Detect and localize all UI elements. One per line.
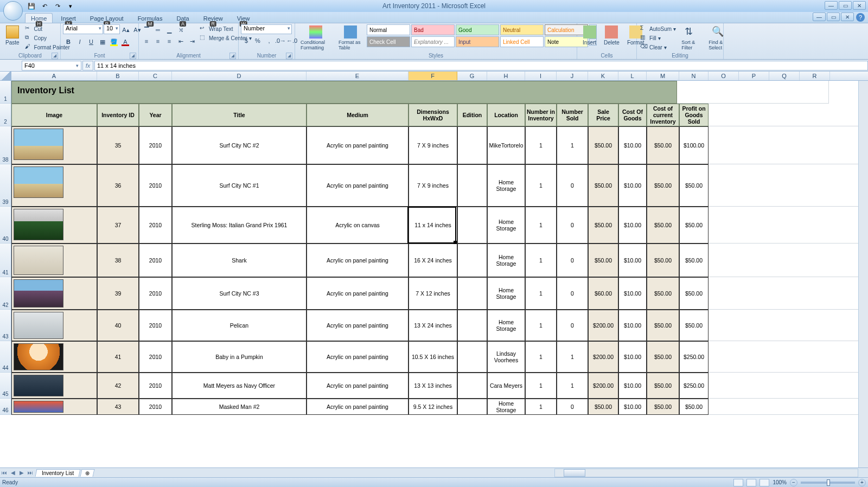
- cell-year[interactable]: 2010: [139, 341, 172, 373]
- currency-button[interactable]: $: [241, 35, 252, 46]
- cell-invid[interactable]: 35: [97, 126, 139, 164]
- help-icon[interactable]: ?: [856, 13, 865, 22]
- cell-cog[interactable]: $10.00: [618, 207, 647, 244]
- cell-ninv[interactable]: 1: [525, 164, 557, 207]
- cell-ninv[interactable]: 1: [525, 373, 557, 399]
- cell-title[interactable]: Masked Man #2: [172, 399, 307, 415]
- cell-profit[interactable]: $50.00: [679, 399, 709, 415]
- cell-cinv[interactable]: $50.00: [647, 164, 679, 207]
- cell-location[interactable]: Home Storage: [487, 207, 525, 244]
- col-G[interactable]: G: [457, 72, 487, 80]
- cell-year[interactable]: 2010: [139, 244, 172, 277]
- workbook-close[interactable]: ✕: [841, 12, 854, 21]
- find-select-button[interactable]: 🔍Find & Select: [705, 24, 731, 52]
- col-D[interactable]: D: [172, 72, 307, 80]
- cell-cog[interactable]: $10.00: [618, 277, 647, 310]
- style-input[interactable]: Input: [456, 36, 499, 47]
- col-A[interactable]: A: [11, 72, 97, 80]
- clipboard-dialog[interactable]: ◢: [52, 53, 58, 59]
- cell-dim[interactable]: 13 X 13 inches: [409, 373, 457, 399]
- font-name-combo[interactable]: Arial: [63, 24, 103, 34]
- cell-profit[interactable]: $50.00: [679, 277, 709, 310]
- cell-medium[interactable]: Acrylic on panel painting: [307, 399, 409, 415]
- cell-year[interactable]: 2010: [139, 207, 172, 244]
- cell-cinv[interactable]: $50.00: [647, 341, 679, 373]
- cell-cog[interactable]: $10.00: [618, 399, 647, 415]
- col-C[interactable]: C: [139, 72, 172, 80]
- align-right[interactable]: ≡: [164, 36, 175, 47]
- cell-cog[interactable]: $10.00: [618, 310, 647, 341]
- cell-dim[interactable]: 7 X 9 inches: [409, 164, 457, 207]
- cell-sale[interactable]: $50.00: [588, 164, 618, 207]
- cell-dim[interactable]: 13 X 24 inches: [409, 310, 457, 341]
- cell-nsold[interactable]: 0: [557, 244, 588, 277]
- cell-cinv[interactable]: $50.00: [647, 207, 679, 244]
- tab-nav-first[interactable]: ⏮: [0, 469, 9, 477]
- cell-cog[interactable]: $10.00: [618, 341, 647, 373]
- zoom-out[interactable]: −: [790, 479, 797, 486]
- align-top[interactable]: ▔: [141, 24, 152, 35]
- cell-invid[interactable]: 40: [97, 310, 139, 341]
- inc-decimal[interactable]: .0→: [275, 35, 286, 46]
- cell-cog[interactable]: $10.00: [618, 164, 647, 207]
- cell-year[interactable]: 2010: [139, 164, 172, 207]
- cell-nsold[interactable]: 1: [557, 373, 588, 399]
- cell-edition[interactable]: [457, 373, 487, 399]
- cell-invid[interactable]: 43: [97, 399, 139, 415]
- worksheet[interactable]: 1 Inventory List 2 Image Inventory ID Ye…: [0, 81, 868, 467]
- row-header[interactable]: 1: [0, 81, 11, 104]
- align-middle[interactable]: ═: [152, 24, 163, 35]
- style-linked[interactable]: Linked Cell: [500, 36, 544, 47]
- cell-sale[interactable]: $60.00: [588, 277, 618, 310]
- sort-filter-button[interactable]: ⇅Sort & Filter: [678, 24, 704, 52]
- row-header[interactable]: 39: [0, 164, 11, 207]
- style-normal[interactable]: Normal: [367, 24, 410, 35]
- cell-image[interactable]: [11, 277, 97, 310]
- cell-nsold[interactable]: 0: [557, 399, 588, 415]
- underline-button[interactable]: U: [86, 36, 97, 47]
- cell-sale[interactable]: $50.00: [588, 244, 618, 277]
- workbook-minimize[interactable]: —: [813, 12, 826, 21]
- cell-dim[interactable]: 7 X 9 inches: [409, 126, 457, 164]
- cell-year[interactable]: 2010: [139, 399, 172, 415]
- col-P[interactable]: P: [739, 72, 769, 80]
- sheet-tab-inventory[interactable]: Inventory List: [35, 469, 81, 477]
- cell-title[interactable]: Shark: [172, 244, 307, 277]
- horizontal-scrollbar[interactable]: [554, 469, 858, 477]
- qat-save[interactable]: 💾: [26, 1, 37, 11]
- cell-ninv[interactable]: 1: [525, 341, 557, 373]
- cell-year[interactable]: 2010: [139, 126, 172, 164]
- minimize-button[interactable]: —: [825, 1, 838, 10]
- qat-customize[interactable]: ▾: [65, 1, 76, 11]
- cell-title[interactable]: Baby in a Pumpkin: [172, 341, 307, 373]
- col-R[interactable]: R: [800, 72, 830, 80]
- row-header[interactable]: 43: [0, 310, 11, 341]
- cell-sale[interactable]: $50.00: [588, 399, 618, 415]
- align-left[interactable]: ≡: [141, 36, 152, 47]
- style-bad[interactable]: Bad: [411, 24, 455, 35]
- row-header[interactable]: 46: [0, 399, 11, 415]
- zoom-thumb[interactable]: [827, 479, 830, 486]
- cell-profit[interactable]: $50.00: [679, 164, 709, 207]
- cell-cinv[interactable]: $50.00: [647, 399, 679, 415]
- cell-edition[interactable]: [457, 310, 487, 341]
- cell-location[interactable]: MikeTortorelo: [487, 126, 525, 164]
- conditional-formatting-button[interactable]: Conditional Formatting: [297, 24, 334, 52]
- cell-invid[interactable]: 41: [97, 341, 139, 373]
- tab-nav-next[interactable]: ▶: [17, 469, 26, 477]
- cell-sale[interactable]: $50.00: [588, 126, 618, 164]
- formula-bar[interactable]: 11 x 14 inches: [94, 61, 868, 71]
- align-center[interactable]: ≡: [152, 36, 163, 47]
- row-header[interactable]: 44: [0, 341, 11, 373]
- zoom-in[interactable]: +: [858, 479, 866, 486]
- cell-image[interactable]: [11, 341, 97, 373]
- style-check[interactable]: Check Cell: [367, 36, 410, 47]
- number-format-combo[interactable]: Number: [241, 24, 292, 34]
- autosum-button[interactable]: ΣAutoSum ▾: [639, 24, 677, 33]
- cell-cog[interactable]: $10.00: [618, 373, 647, 399]
- col-E[interactable]: E: [307, 72, 409, 80]
- cell-location[interactable]: Home Storage: [487, 277, 525, 310]
- cell-medium[interactable]: Acrylic on panel painting: [307, 310, 409, 341]
- bold-button[interactable]: B: [63, 36, 74, 47]
- col-L[interactable]: L: [618, 72, 647, 80]
